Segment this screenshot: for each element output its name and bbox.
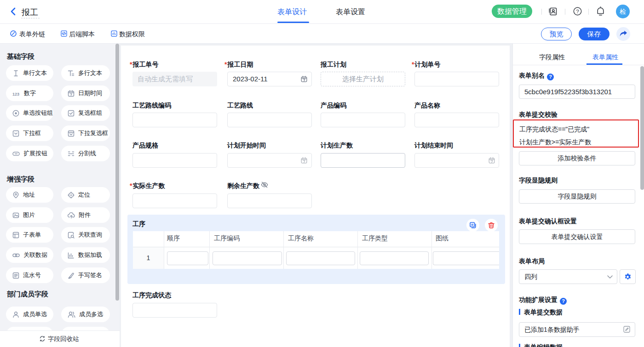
- svg-text:123: 123: [12, 91, 19, 96]
- svg-text:?: ?: [576, 9, 579, 14]
